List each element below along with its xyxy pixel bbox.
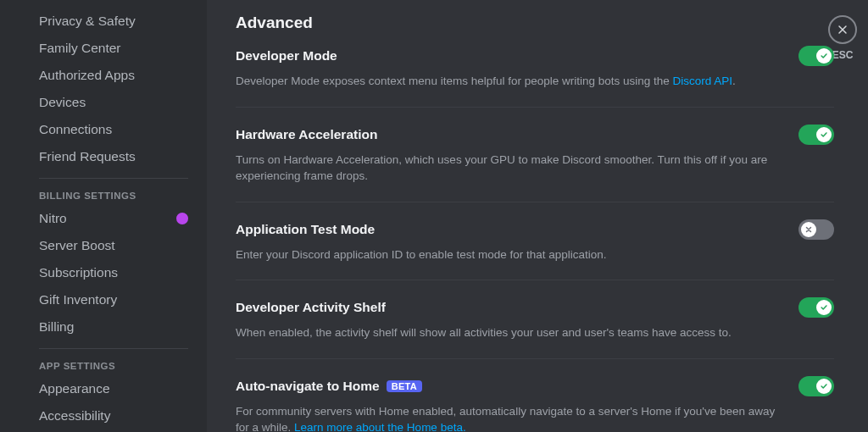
check-icon <box>820 130 828 139</box>
sidebar-item-devices[interactable]: Devices <box>31 90 197 115</box>
setting-divider <box>236 202 834 202</box>
setting-divider <box>236 280 834 280</box>
setting-title: Developer Activity Shelf <box>236 300 386 315</box>
sidebar-item-connections[interactable]: Connections <box>31 117 197 142</box>
sidebar-item-accessibility[interactable]: Accessibility <box>31 403 197 429</box>
sidebar-item-label: Privacy & Safety <box>39 14 136 29</box>
check-icon <box>820 382 828 390</box>
sidebar-item-label: Appearance <box>39 381 110 396</box>
sidebar-item-appearance[interactable]: Appearance <box>31 376 197 402</box>
toggle-application-test-mode[interactable] <box>798 219 834 240</box>
toggle-auto-navigate-home[interactable] <box>798 376 834 396</box>
sidebar-item-label: Nitro <box>39 211 67 226</box>
sidebar-item-label: Authorized Apps <box>39 68 135 83</box>
sidebar: Privacy & Safety Family Center Authorize… <box>0 0 207 432</box>
toggle-developer-mode[interactable] <box>798 46 834 66</box>
setting-hardware-acceleration: Hardware Acceleration Turns on Hardware … <box>236 125 834 202</box>
setting-divider <box>236 358 834 359</box>
link-discord-api[interactable]: Discord API <box>673 75 733 87</box>
setting-description: Turns on Hardware Acceleration, which us… <box>236 152 778 185</box>
sidebar-item-family-center[interactable]: Family Center <box>31 36 197 61</box>
check-icon <box>820 52 828 60</box>
sidebar-item-gift-inventory[interactable]: Gift Inventory <box>31 287 197 313</box>
setting-developer-mode: Developer Mode Developer Mode exposes co… <box>236 46 834 107</box>
setting-title: Application Test Mode <box>236 222 375 237</box>
sidebar-heading-app: APP SETTINGS <box>31 352 197 374</box>
sidebar-item-label: Accessibility <box>39 408 110 424</box>
nitro-badge-icon <box>176 213 188 224</box>
sidebar-item-label: Friend Requests <box>39 149 136 164</box>
sidebar-item-authorized-apps[interactable]: Authorized Apps <box>31 63 197 88</box>
sidebar-item-label: Family Center <box>39 41 120 56</box>
beta-badge: BETA <box>387 380 422 392</box>
setting-description: For community servers with Home enabled,… <box>236 403 778 432</box>
setting-title: Auto-navigate to Home BETA <box>236 379 422 394</box>
setting-description: Enter your Discord application ID to ena… <box>236 246 778 263</box>
sidebar-item-label: Connections <box>39 122 112 137</box>
sidebar-item-label: Billing <box>39 319 74 335</box>
setting-title: Hardware Acceleration <box>236 127 377 142</box>
check-icon <box>820 303 828 312</box>
toggle-developer-activity-shelf[interactable] <box>798 297 834 318</box>
setting-description: When enabled, the activity shelf will sh… <box>236 324 778 341</box>
setting-developer-activity-shelf: Developer Activity Shelf When enabled, t… <box>236 297 834 358</box>
sidebar-item-label: Devices <box>39 95 86 110</box>
sidebar-item-label: Server Boost <box>39 238 115 253</box>
setting-description: Developer Mode exposes context menu item… <box>236 73 778 90</box>
setting-divider <box>236 107 834 108</box>
page-title: Advanced <box>236 14 834 32</box>
sidebar-divider <box>39 178 188 179</box>
sidebar-item-label: Subscriptions <box>39 265 118 280</box>
content-area: ESC Advanced Developer Mode Developer Mo… <box>207 0 868 432</box>
x-icon <box>804 225 813 234</box>
setting-title: Developer Mode <box>236 48 337 64</box>
close-icon <box>836 23 849 36</box>
sidebar-item-privacy-safety[interactable]: Privacy & Safety <box>31 8 197 34</box>
link-home-beta[interactable]: Learn more about the Home beta. <box>294 421 466 432</box>
sidebar-item-billing[interactable]: Billing <box>31 314 197 340</box>
toggle-hardware-acceleration[interactable] <box>798 125 834 145</box>
sidebar-item-nitro[interactable]: Nitro <box>31 206 197 231</box>
sidebar-item-label: Gift Inventory <box>39 292 117 307</box>
close-button[interactable] <box>828 15 857 44</box>
setting-auto-navigate-home: Auto-navigate to Home BETA For community… <box>236 376 834 432</box>
sidebar-divider <box>39 348 188 349</box>
setting-application-test-mode: Application Test Mode Enter your Discord… <box>236 219 834 280</box>
sidebar-item-subscriptions[interactable]: Subscriptions <box>31 260 197 285</box>
sidebar-item-friend-requests[interactable]: Friend Requests <box>31 144 197 169</box>
sidebar-item-server-boost[interactable]: Server Boost <box>31 233 197 258</box>
sidebar-heading-billing: BILLING SETTINGS <box>31 182 197 204</box>
